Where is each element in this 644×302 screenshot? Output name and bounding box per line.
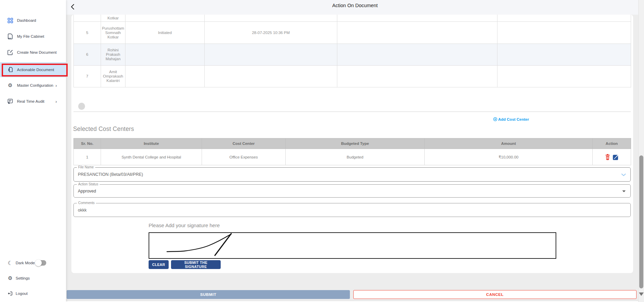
sidebar-item-logout[interactable]: Logout	[0, 288, 66, 299]
chevron-right-icon: ›	[55, 83, 57, 88]
divider	[73, 112, 631, 112]
settings-label: Settings	[16, 276, 30, 280]
add-cost-center-label: Add Cost Center	[498, 117, 529, 121]
edit-square-icon	[7, 49, 13, 55]
sidebar-item-dashboard[interactable]: Dashboard	[0, 13, 66, 28]
selected-cost-centers-table: Sr. No. Institute Cost Center Budgeted T…	[73, 138, 631, 165]
chevron-right-icon: ›	[55, 99, 57, 104]
svg-text:DOC: DOC	[8, 37, 11, 39]
page-title: Action On Document	[66, 3, 644, 8]
sidebar-item-master-configuration[interactable]: ⚙ Master Configuration ›	[0, 78, 66, 93]
comments-label: Comments	[77, 201, 96, 205]
dropdown-arrow-icon[interactable]	[622, 190, 626, 192]
signature-pad[interactable]	[149, 232, 556, 259]
sidebar-item-create-new-document[interactable]: Create New Document	[0, 45, 66, 60]
moon-icon: ☾	[7, 260, 13, 266]
table-row: 7 Amit Omprakash Kalantri	[74, 66, 631, 87]
table-row: 1 Synth Dental College and Hospital Offi…	[74, 149, 631, 165]
file-name-value: PRESANCTION (Beta/03/All/PRE)	[78, 172, 143, 177]
table-header-row: Sr. No. Institute Cost Center Budgeted T…	[74, 138, 631, 149]
app-screen: Dashboard DOC My File Cabinet Create New…	[0, 0, 644, 302]
circle-plus-icon	[493, 117, 497, 121]
logout-label: Logout	[16, 291, 28, 296]
content-card: Kotkar 5 Purushottam Somnath Kotkar Init…	[71, 15, 633, 273]
top-header-bar: Action On Document	[66, 0, 644, 15]
sidebar-item-label: Create New Document	[17, 50, 56, 54]
sidebar-item-label: My File Cabinet	[17, 34, 44, 38]
dashboard-grid-icon	[7, 17, 13, 23]
sidebar-item-label: Master Configuration	[17, 83, 53, 87]
sidebar-item-settings[interactable]: ⚙ Settings	[0, 273, 66, 284]
signature-instruction: Please Add your signature here	[149, 222, 220, 228]
vertical-scrollbar[interactable]	[638, 0, 644, 302]
sidebar: Dashboard DOC My File Cabinet Create New…	[0, 0, 66, 302]
submit-button[interactable]: SUBMIT	[67, 290, 350, 299]
table-row: 6 Rohini Prakash Mahajan	[74, 44, 631, 66]
bottom-edge-strip	[66, 300, 638, 302]
clear-signature-button[interactable]: CLEAR	[149, 260, 169, 269]
table-row: Kotkar	[74, 15, 631, 22]
scrollbar-thumb[interactable]	[639, 155, 643, 288]
comments-value: okkk	[78, 208, 87, 213]
selected-cost-centers-heading: Selected Cost Centers	[73, 125, 134, 133]
active-item-red-outline	[2, 64, 68, 77]
workflow-table: Kotkar 5 Purushottam Somnath Kotkar Init…	[73, 14, 631, 87]
sidebar-item-label: Real Time Audit	[17, 99, 45, 103]
add-cost-center-link[interactable]: Add Cost Center	[493, 117, 529, 121]
sidebar-item-label: Dashboard	[17, 18, 36, 22]
document-doc-icon: DOC	[7, 33, 13, 39]
signature-stroke	[149, 233, 556, 258]
sidebar-item-real-time-audit[interactable]: Real Time Audit ›	[0, 94, 66, 109]
delete-trash-icon[interactable]	[605, 154, 610, 160]
action-status-value: Approved	[78, 189, 96, 194]
action-status-select[interactable]: Action Status Approved	[73, 184, 631, 198]
dark-mode-row: ☾ Dark Mode	[0, 257, 66, 268]
dark-mode-label: Dark Mode	[16, 261, 35, 265]
edit-pencil-icon[interactable]	[613, 154, 619, 160]
gear-icon: ⚙	[7, 275, 13, 281]
audit-clipboard-icon	[7, 98, 13, 104]
scroll-down-arrow-icon[interactable]	[639, 292, 644, 296]
horizontal-scrollbar-thumb[interactable]	[78, 103, 85, 110]
gear-icon: ⚙	[7, 82, 13, 88]
comments-input[interactable]: Comments okkk	[73, 203, 631, 217]
logout-icon	[7, 290, 13, 297]
action-status-label: Action Status	[77, 182, 100, 186]
sidebar-item-my-file-cabinet[interactable]: DOC My File Cabinet	[0, 29, 66, 44]
file-name-select[interactable]: File Name PRESANCTION (Beta/03/All/PRE)	[73, 167, 631, 182]
cancel-button[interactable]: CANCEL	[353, 290, 637, 299]
chevron-down-icon[interactable]	[621, 171, 626, 178]
file-name-label: File Name	[77, 165, 95, 169]
table-row: 5 Purushottam Somnath Kotkar Initiated 2…	[74, 22, 631, 44]
toggle-knob	[35, 259, 42, 266]
dark-mode-toggle[interactable]	[36, 260, 46, 266]
submit-signature-button[interactable]: SUBMIT THE SIGNATURE	[171, 260, 221, 269]
